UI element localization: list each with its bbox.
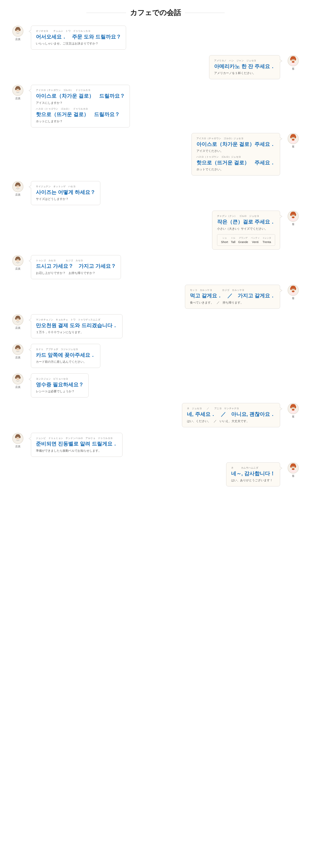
speech-bubble: オソオセヨ チュムン トワ ドゥリルッカヨ 어서오세요． 주문 도와 드릴까요？… bbox=[31, 26, 126, 50]
ruby-text: ジュンビ ドゥェミョン チンドンベルロ アルリョ ドゥリルカヨ bbox=[36, 437, 117, 440]
avatar-staff bbox=[12, 255, 23, 266]
avatar-block-guest: 客 bbox=[287, 133, 299, 149]
turn-t9: 店員 マンオチョノン キョルチェ トワ トゥリゲッスムニダ 만오천원 결제 도와… bbox=[12, 314, 299, 338]
ruby-text: アメリカノ ハン ジャン ジュセヨ bbox=[214, 59, 275, 62]
bubble-wrap: アイスロ（チャガウン ゴルロ） ドゥリルカヨ 아이스로（차가운 걸로） 드릴까요… bbox=[27, 85, 299, 127]
korean-text-2: 핫으로（뜨거운 걸로） 주세요． bbox=[197, 159, 275, 166]
svg-point-33 bbox=[15, 184, 16, 186]
korean-text: 네～, 감사합니다！ bbox=[231, 470, 275, 477]
svg-point-29 bbox=[294, 137, 295, 138]
ruby-text: ネ カムサハムニダ bbox=[231, 466, 275, 469]
avatar-label: 客 bbox=[292, 145, 295, 149]
avatar-label: 店員 bbox=[15, 37, 21, 41]
korean-text: 어서오세요． 주문 도와 드릴까요？ bbox=[36, 33, 121, 40]
avatar-label: 店員 bbox=[15, 356, 21, 359]
size-ruby: グランデ bbox=[239, 237, 248, 240]
avatar-label: 客 bbox=[292, 222, 295, 226]
svg-point-48 bbox=[15, 258, 16, 260]
svg-point-59 bbox=[294, 289, 295, 289]
ruby-text: オソオセヨ チュムン トワ ドゥリルッカヨ bbox=[36, 29, 121, 33]
svg-point-11 bbox=[295, 58, 296, 61]
svg-point-27 bbox=[292, 139, 295, 141]
size-ruby: トル bbox=[231, 237, 235, 240]
avatar-label: 店員 bbox=[15, 445, 21, 448]
bubble-wrap: オソオセヨ チュムン トワ ドゥリルッカヨ 어서오세요． 주문 도와 드릴까요？… bbox=[27, 26, 299, 50]
avatar-staff bbox=[12, 433, 23, 444]
avatar-block-staff: 店員 bbox=[12, 255, 24, 271]
title-area: カフェでの会話 bbox=[12, 8, 299, 18]
svg-point-86 bbox=[292, 409, 295, 410]
svg-point-64 bbox=[19, 317, 21, 320]
svg-point-74 bbox=[14, 380, 22, 384]
japanese-text: 小さい（大きい）サイズでください。 bbox=[217, 226, 275, 231]
svg-point-100 bbox=[295, 465, 296, 468]
svg-point-40 bbox=[290, 213, 292, 216]
svg-point-34 bbox=[19, 184, 21, 186]
svg-point-30 bbox=[14, 188, 22, 191]
japanese-text-2: ホットにしますか？ bbox=[36, 119, 125, 124]
svg-point-71 bbox=[19, 347, 21, 349]
avatar-guest bbox=[288, 55, 299, 66]
ruby-text-2: ハスロ（トゥゴウン ゴルロ） ドゥリルカヨ bbox=[36, 107, 125, 111]
svg-point-10 bbox=[290, 58, 292, 61]
size-ruby: ベンティ bbox=[251, 237, 260, 240]
ruby-text-2: ハスロ（トゥゴウン ゴルロ）ジュセヨ bbox=[197, 155, 275, 159]
bubble-wrap: アイスロ（チャガウン ゴルロ）ジュセヨ 아이스로（차가운 걸로）주세요． アイス… bbox=[12, 133, 284, 176]
ruby-text: ヨンスジョン ピリョハセヨ bbox=[36, 377, 84, 381]
japanese-text: アイスでください。 bbox=[197, 149, 275, 153]
size-label: Trenta bbox=[263, 240, 271, 244]
ruby-text: アイスロ（チャガウン ゴルロ）ジュセヨ bbox=[197, 137, 275, 140]
svg-point-4 bbox=[19, 29, 21, 31]
svg-point-49 bbox=[19, 258, 21, 260]
svg-point-35 bbox=[17, 185, 18, 186]
svg-point-92 bbox=[15, 436, 16, 438]
avatar-staff bbox=[12, 344, 23, 355]
korean-text: 만오천원 결제 도와 드리겠습니다． bbox=[36, 322, 117, 329]
avatar-label: 客 bbox=[292, 474, 295, 478]
avatar-staff bbox=[12, 314, 23, 326]
turn-t10: 店員 カドゥ アプチョダ コジャジュセヨ 카드 앞쪽에 꽂아주세요． カード前の… bbox=[12, 344, 299, 368]
avatar-label: 客 bbox=[292, 297, 295, 300]
speech-bubble: ヨンスジョン ピリョハセヨ 영수증 필요하세요？ レシートは必要でしょうか？ bbox=[31, 373, 89, 398]
svg-point-103 bbox=[294, 467, 295, 467]
turn-t5: 店員 サイジュテン オットッゲ ハセヨ 사이즈는 어떻게 하세요？ サイズはどう… bbox=[12, 181, 299, 205]
speech-bubble: ネ カムサハムニダ 네～, 감사합니다！ はい、ありがとうございます！ bbox=[226, 462, 280, 487]
svg-point-43 bbox=[292, 215, 293, 216]
svg-point-21 bbox=[19, 89, 19, 90]
size-item: トレンタ Trenta bbox=[263, 237, 271, 244]
avatar-label: 店員 bbox=[15, 326, 21, 330]
svg-point-25 bbox=[290, 135, 292, 138]
avatar-guest bbox=[288, 403, 299, 414]
svg-point-77 bbox=[15, 376, 16, 379]
bubble-wrap: ネ カムサハムニダ 네～, 감사합니다！ はい、ありがとうございます！ bbox=[12, 462, 284, 487]
svg-point-87 bbox=[292, 407, 293, 408]
size-item: グランデ Grande bbox=[238, 237, 248, 244]
speech-bubble: アイスロ（チャガウン ゴルロ） ドゥリルカヨ 아이스로（차가운 걸로） 드릴까요… bbox=[31, 85, 130, 127]
japanese-text: １万５，０００ウォンになります。 bbox=[36, 330, 117, 335]
avatar-block-guest: 客 bbox=[287, 55, 299, 71]
ruby-text: チャグン（クン） ゴルロ ジュセヨ bbox=[217, 214, 275, 218]
svg-point-41 bbox=[295, 213, 296, 216]
size-item: トル Tall bbox=[231, 237, 236, 244]
avatar-block-staff: 店員 bbox=[12, 85, 24, 100]
svg-point-15 bbox=[14, 92, 22, 95]
bubble-wrap: アメリカノ ハン ジャン ジュセヨ 아메리카노 한 잔 주세요． アメリカーノを… bbox=[12, 55, 284, 79]
korean-text: 사이즈는 어떻게 하세요？ bbox=[36, 189, 95, 196]
turn-t8: 客 モッコ カルッケヨ カジゴ カルッケヨ 먹고 갈게요． ／ 가지고 갈게요．… bbox=[12, 285, 299, 309]
svg-point-36 bbox=[19, 185, 19, 186]
svg-point-13 bbox=[292, 60, 293, 60]
avatar-block-guest: 客 bbox=[287, 403, 299, 418]
turn-t14: 客 ネ カムサハムニダ 네～, 감사합니다！ はい、ありがとうございます！ bbox=[12, 462, 299, 487]
avatar-block-staff: 店員 bbox=[12, 433, 24, 448]
size-label: Short bbox=[221, 240, 228, 244]
speech-bubble: カドゥ アプチョダ コジャジュセヨ 카드 앞쪽에 꽂아주세요． カード前の方に差… bbox=[31, 344, 100, 368]
ruby-text: トゥシゴ カセヨ カジゴ カセヨ bbox=[36, 259, 116, 262]
ruby-text: モッコ カルッケヨ カジゴ カルッケヨ bbox=[190, 288, 275, 292]
avatar-staff bbox=[12, 26, 23, 37]
avatar-label: 客 bbox=[292, 67, 295, 71]
svg-point-56 bbox=[295, 287, 296, 290]
avatar-guest bbox=[288, 462, 299, 473]
size-ruby: ショ bbox=[222, 237, 227, 240]
turn-t2: 客 アメリカノ ハン ジャン ジュセヨ 아메리카노 한 잔 주세요． アメリカー… bbox=[12, 55, 299, 79]
svg-point-101 bbox=[292, 468, 295, 470]
